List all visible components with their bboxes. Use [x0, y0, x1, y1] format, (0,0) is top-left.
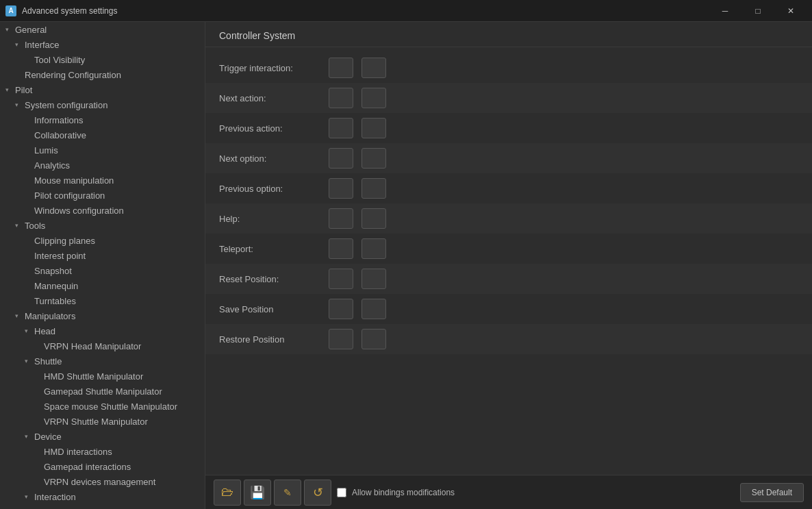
sidebar-item-lumis[interactable]: Lumis: [0, 142, 205, 158]
chain-button-previous-action-1[interactable]: [361, 118, 386, 138]
sidebar-item-gamepad-interactions[interactable]: Gamepad interactions: [0, 459, 205, 474]
sidebar-item-manipulators[interactable]: ▾Manipulators: [0, 308, 205, 323]
settings-label-reset-position: Reset Position:: [219, 274, 329, 284]
sidebar-item-hmd-interactions[interactable]: HMD interactions: [0, 444, 205, 459]
settings-row-previous-action: Previous action:: [205, 113, 812, 143]
chain-button-save-position-1[interactable]: [361, 299, 386, 319]
sidebar-item-pilot-config[interactable]: Pilot configuration: [0, 188, 205, 203]
allow-bindings-checkbox[interactable]: [337, 488, 346, 497]
minimize-button[interactable]: ─: [709, 0, 741, 22]
folder-icon: 🗁: [221, 485, 233, 499]
settings-controls-teleport: [329, 238, 386, 259]
chain-button-reset-position-0[interactable]: [329, 269, 353, 289]
sidebar-item-shuttle[interactable]: ▾Shuttle: [0, 353, 205, 369]
content-title: Controller System: [219, 30, 295, 41]
sidebar-item-tool-visibility[interactable]: Tool Visibility: [0, 52, 205, 67]
sidebar-item-turntables[interactable]: Turntables: [0, 293, 205, 308]
content-header: Controller System: [205, 22, 812, 47]
sidebar-item-mouse-manipulation[interactable]: Mouse manipulation: [0, 173, 205, 188]
sidebar-item-windows-config[interactable]: Windows configuration: [0, 203, 205, 218]
sidebar-label-movenact: MoveNAct system: [44, 507, 116, 510]
edit-icon-button[interactable]: ✎: [274, 480, 301, 506]
sidebar-label-hmd-interactions: HMD interactions: [44, 447, 112, 457]
chain-button-previous-action-0[interactable]: [329, 118, 353, 138]
sidebar-item-informations[interactable]: Informations: [0, 112, 205, 127]
sidebar-label-gamepad-shuttle: Gamepad Shuttle Manipulator: [44, 386, 162, 397]
sidebar-label-interest-point: Interest point: [34, 251, 86, 261]
settings-row-restore-position: Restore Position: [205, 324, 812, 354]
set-default-button[interactable]: Set Default: [740, 483, 804, 502]
chain-button-restore-position-0[interactable]: [329, 329, 353, 349]
settings-label-help: Help:: [219, 214, 329, 224]
chain-button-next-option-1[interactable]: [361, 148, 386, 169]
chain-button-next-option-0[interactable]: [329, 148, 353, 169]
tree-arrow-pilot: ▾: [5, 86, 15, 93]
reset-icon-button[interactable]: ↺: [304, 480, 331, 506]
sidebar-label-interaction: Interaction: [34, 492, 76, 502]
sidebar-label-clipping-planes: Clipping planes: [34, 236, 95, 246]
sidebar-item-analytics[interactable]: Analytics: [0, 158, 205, 173]
settings-label-teleport: Teleport:: [219, 244, 329, 254]
sidebar-item-interface[interactable]: ▾Interface: [0, 37, 205, 52]
tree-arrow-system-config: ▾: [15, 101, 25, 108]
sidebar-item-space-mouse-shuttle[interactable]: Space mouse Shuttle Manipulator: [0, 399, 205, 414]
maximize-button[interactable]: □: [742, 0, 774, 22]
window-title: Advanced system settings: [22, 6, 709, 16]
content-body: Trigger interaction: Next action:: [205, 47, 812, 475]
folder-icon-button[interactable]: 🗁: [214, 480, 241, 506]
sidebar-item-movenact[interactable]: MoveNAct system: [0, 504, 205, 509]
sidebar-item-interest-point[interactable]: Interest point: [0, 248, 205, 263]
sidebar-item-vrpn-head[interactable]: VRPN Head Manipulator: [0, 338, 205, 353]
sidebar-label-mannequin: Mannequin: [34, 281, 78, 291]
settings-row-teleport: Teleport:: [205, 234, 812, 264]
chain-button-next-action-1[interactable]: [361, 88, 386, 108]
chain-button-trigger-interaction-1[interactable]: [361, 58, 386, 78]
chain-button-help-1[interactable]: [361, 208, 386, 229]
settings-label-trigger-interaction: Trigger interaction:: [219, 63, 329, 73]
close-button[interactable]: ✕: [775, 0, 807, 22]
chain-button-help-0[interactable]: [329, 208, 353, 229]
window-controls: ─ □ ✕: [709, 0, 807, 22]
sidebar-item-head[interactable]: ▾Head: [0, 323, 205, 338]
main-container: ▾General▾InterfaceTool VisibilityRenderi…: [0, 22, 812, 509]
sidebar-item-device[interactable]: ▾Device: [0, 429, 205, 444]
settings-label-next-option: Next option:: [219, 153, 329, 164]
chain-button-previous-option-1[interactable]: [361, 178, 386, 199]
sidebar-item-rendering-config[interactable]: Rendering Configuration: [0, 67, 205, 82]
tree-arrow-tools: ▾: [15, 222, 25, 229]
chain-button-trigger-interaction-0[interactable]: [329, 58, 353, 78]
tree-arrow-shuttle: ▾: [25, 358, 34, 364]
settings-label-restore-position: Restore Position: [219, 334, 329, 345]
sidebar-item-general[interactable]: ▾General: [0, 22, 205, 37]
settings-row-next-action: Next action:: [205, 83, 812, 113]
sidebar-item-tools[interactable]: ▾Tools: [0, 218, 205, 233]
sidebar-item-clipping-planes[interactable]: Clipping planes: [0, 233, 205, 248]
chain-button-save-position-0[interactable]: [329, 299, 353, 319]
sidebar-item-mannequin[interactable]: Mannequin: [0, 278, 205, 293]
sidebar-item-interaction[interactable]: ▾Interaction: [0, 489, 205, 504]
tree-arrow-head: ▾: [25, 327, 34, 334]
sidebar-item-pilot[interactable]: ▾Pilot: [0, 82, 205, 97]
sidebar-item-vrpn-devices[interactable]: VRPN devices management: [0, 474, 205, 489]
sidebar-label-general: General: [15, 25, 47, 35]
chain-button-restore-position-1[interactable]: [361, 329, 386, 349]
sidebar-item-collaborative[interactable]: Collaborative: [0, 127, 205, 142]
chain-button-teleport-1[interactable]: [361, 238, 386, 259]
chain-button-previous-option-0[interactable]: [329, 178, 353, 199]
chain-button-next-action-0[interactable]: [329, 88, 353, 108]
sidebar-item-hmd-shuttle[interactable]: HMD Shuttle Manipulator: [0, 369, 205, 384]
settings-label-previous-option: Previous option:: [219, 184, 329, 194]
sidebar-label-shuttle: Shuttle: [34, 356, 62, 367]
sidebar-label-informations: Informations: [34, 115, 84, 125]
chain-button-teleport-0[interactable]: [329, 238, 353, 259]
save-icon-button[interactable]: 💾: [244, 480, 271, 506]
sidebar-item-gamepad-shuttle[interactable]: Gamepad Shuttle Manipulator: [0, 384, 205, 399]
sidebar-label-vrpn-shuttle: VRPN Shuttle Manipulator: [44, 417, 148, 427]
sidebar-label-device: Device: [34, 432, 62, 442]
sidebar-label-turntables: Turntables: [34, 296, 76, 306]
sidebar-item-snapshot[interactable]: Snapshot: [0, 263, 205, 278]
tree-arrow-interaction: ▾: [25, 493, 34, 500]
sidebar-item-vrpn-shuttle[interactable]: VRPN Shuttle Manipulator: [0, 414, 205, 429]
chain-button-reset-position-1[interactable]: [361, 269, 386, 289]
sidebar-item-system-config[interactable]: ▾System configuration: [0, 97, 205, 112]
